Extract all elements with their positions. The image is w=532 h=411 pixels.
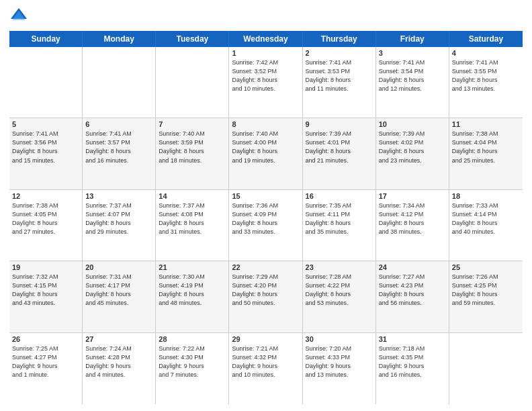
calendar-cell — [83, 47, 156, 118]
calendar-cell: 25Sunrise: 7:26 AM Sunset: 4:25 PM Dayli… — [449, 261, 523, 332]
logo-icon — [9, 7, 28, 26]
day-number: 11 — [452, 120, 520, 128]
calendar-header: SundayMondayTuesdayWednesdayThursdayFrid… — [9, 31, 523, 47]
header-day-monday: Monday — [83, 31, 156, 47]
day-number: 30 — [306, 335, 373, 343]
day-number: 28 — [159, 335, 226, 343]
day-info: Sunrise: 7:29 AM Sunset: 4:20 PM Dayligh… — [232, 273, 299, 308]
day-info: Sunrise: 7:18 AM Sunset: 4:35 PM Dayligh… — [379, 345, 446, 379]
calendar-cell: 3Sunrise: 7:41 AM Sunset: 3:54 PM Daylig… — [376, 47, 449, 118]
header-day-wednesday: Wednesday — [229, 31, 302, 47]
day-number: 5 — [12, 120, 79, 128]
day-info: Sunrise: 7:41 AM Sunset: 3:53 PM Dayligh… — [306, 58, 373, 93]
header-day-sunday: Sunday — [9, 31, 83, 47]
day-number: 17 — [379, 192, 446, 200]
day-info: Sunrise: 7:30 AM Sunset: 4:19 PM Dayligh… — [159, 273, 226, 308]
calendar-cell: 4Sunrise: 7:41 AM Sunset: 3:55 PM Daylig… — [449, 47, 523, 118]
day-info: Sunrise: 7:21 AM Sunset: 4:32 PM Dayligh… — [232, 345, 299, 379]
day-number: 23 — [306, 263, 373, 271]
calendar-cell: 10Sunrise: 7:39 AM Sunset: 4:02 PM Dayli… — [376, 118, 449, 189]
header-day-tuesday: Tuesday — [156, 31, 229, 47]
day-number: 10 — [379, 120, 446, 128]
calendar-cell — [9, 47, 83, 118]
calendar-week-5: 26Sunrise: 7:25 AM Sunset: 4:27 PM Dayli… — [9, 333, 523, 404]
calendar-week-2: 5Sunrise: 7:41 AM Sunset: 3:56 PM Daylig… — [9, 118, 523, 189]
day-info: Sunrise: 7:34 AM Sunset: 4:12 PM Dayligh… — [379, 201, 446, 236]
day-info: Sunrise: 7:41 AM Sunset: 3:54 PM Dayligh… — [379, 58, 446, 93]
logo — [9, 7, 31, 26]
day-info: Sunrise: 7:42 AM Sunset: 3:52 PM Dayligh… — [232, 58, 299, 93]
day-number: 22 — [232, 263, 299, 271]
day-info: Sunrise: 7:36 AM Sunset: 4:09 PM Dayligh… — [232, 201, 299, 236]
calendar-cell: 30Sunrise: 7:20 AM Sunset: 4:33 PM Dayli… — [303, 333, 376, 404]
calendar-cell — [156, 47, 229, 118]
day-number: 3 — [379, 49, 446, 57]
calendar-cell: 2Sunrise: 7:41 AM Sunset: 3:53 PM Daylig… — [303, 47, 376, 118]
calendar-cell: 24Sunrise: 7:27 AM Sunset: 4:23 PM Dayli… — [376, 261, 449, 332]
day-number: 7 — [159, 120, 226, 128]
calendar-cell: 31Sunrise: 7:18 AM Sunset: 4:35 PM Dayli… — [376, 333, 449, 404]
day-info: Sunrise: 7:41 AM Sunset: 3:57 PM Dayligh… — [85, 130, 152, 165]
day-number: 12 — [12, 192, 79, 200]
day-number: 21 — [159, 263, 226, 271]
page-container: SundayMondayTuesdayWednesdayThursdayFrid… — [0, 0, 532, 411]
day-number: 9 — [306, 120, 373, 128]
calendar-cell: 17Sunrise: 7:34 AM Sunset: 4:12 PM Dayli… — [376, 190, 449, 261]
calendar-cell: 27Sunrise: 7:24 AM Sunset: 4:28 PM Dayli… — [83, 333, 156, 404]
calendar-week-3: 12Sunrise: 7:38 AM Sunset: 4:05 PM Dayli… — [9, 190, 523, 261]
day-info: Sunrise: 7:40 AM Sunset: 4:00 PM Dayligh… — [232, 130, 299, 165]
header-day-saturday: Saturday — [449, 31, 523, 47]
calendar-cell: 9Sunrise: 7:39 AM Sunset: 4:01 PM Daylig… — [303, 118, 376, 189]
calendar-cell: 29Sunrise: 7:21 AM Sunset: 4:32 PM Dayli… — [229, 333, 302, 404]
day-info: Sunrise: 7:20 AM Sunset: 4:33 PM Dayligh… — [306, 345, 373, 379]
calendar-cell: 22Sunrise: 7:29 AM Sunset: 4:20 PM Dayli… — [229, 261, 302, 332]
day-number: 27 — [85, 335, 152, 343]
day-number: 1 — [232, 49, 299, 57]
day-info: Sunrise: 7:31 AM Sunset: 4:17 PM Dayligh… — [85, 273, 152, 308]
day-info: Sunrise: 7:22 AM Sunset: 4:30 PM Dayligh… — [159, 345, 226, 379]
calendar-cell: 8Sunrise: 7:40 AM Sunset: 4:00 PM Daylig… — [229, 118, 302, 189]
calendar-cell: 14Sunrise: 7:37 AM Sunset: 4:08 PM Dayli… — [156, 190, 229, 261]
day-number: 15 — [232, 192, 299, 200]
calendar-cell: 7Sunrise: 7:40 AM Sunset: 3:59 PM Daylig… — [156, 118, 229, 189]
day-info: Sunrise: 7:40 AM Sunset: 3:59 PM Dayligh… — [159, 130, 226, 165]
day-number: 25 — [452, 263, 520, 271]
calendar-cell: 13Sunrise: 7:37 AM Sunset: 4:07 PM Dayli… — [83, 190, 156, 261]
day-number: 6 — [85, 120, 152, 128]
day-info: Sunrise: 7:41 AM Sunset: 3:55 PM Dayligh… — [452, 58, 520, 93]
calendar-body: 1Sunrise: 7:42 AM Sunset: 3:52 PM Daylig… — [9, 47, 523, 404]
day-number: 2 — [306, 49, 373, 57]
day-info: Sunrise: 7:24 AM Sunset: 4:28 PM Dayligh… — [85, 345, 152, 379]
header-day-friday: Friday — [376, 31, 449, 47]
day-info: Sunrise: 7:37 AM Sunset: 4:08 PM Dayligh… — [159, 201, 226, 236]
day-number: 20 — [85, 263, 152, 271]
day-number: 13 — [85, 192, 152, 200]
day-info: Sunrise: 7:33 AM Sunset: 4:14 PM Dayligh… — [452, 201, 520, 236]
calendar-cell: 19Sunrise: 7:32 AM Sunset: 4:15 PM Dayli… — [9, 261, 83, 332]
day-info: Sunrise: 7:26 AM Sunset: 4:25 PM Dayligh… — [452, 273, 520, 308]
day-info: Sunrise: 7:32 AM Sunset: 4:15 PM Dayligh… — [12, 273, 79, 308]
day-number: 31 — [379, 335, 446, 343]
day-number: 18 — [452, 192, 520, 200]
day-number: 29 — [232, 335, 299, 343]
calendar-cell: 20Sunrise: 7:31 AM Sunset: 4:17 PM Dayli… — [83, 261, 156, 332]
day-number: 26 — [12, 335, 79, 343]
day-info: Sunrise: 7:25 AM Sunset: 4:27 PM Dayligh… — [12, 345, 79, 379]
day-number: 4 — [452, 49, 520, 57]
day-info: Sunrise: 7:38 AM Sunset: 4:05 PM Dayligh… — [12, 201, 79, 236]
page-header — [9, 7, 523, 26]
calendar-cell: 26Sunrise: 7:25 AM Sunset: 4:27 PM Dayli… — [9, 333, 83, 404]
day-info: Sunrise: 7:41 AM Sunset: 3:56 PM Dayligh… — [12, 130, 79, 165]
calendar-week-1: 1Sunrise: 7:42 AM Sunset: 3:52 PM Daylig… — [9, 47, 523, 118]
calendar-cell: 18Sunrise: 7:33 AM Sunset: 4:14 PM Dayli… — [449, 190, 523, 261]
calendar-cell: 6Sunrise: 7:41 AM Sunset: 3:57 PM Daylig… — [83, 118, 156, 189]
calendar-cell: 15Sunrise: 7:36 AM Sunset: 4:09 PM Dayli… — [229, 190, 302, 261]
calendar-cell: 16Sunrise: 7:35 AM Sunset: 4:11 PM Dayli… — [303, 190, 376, 261]
day-info: Sunrise: 7:27 AM Sunset: 4:23 PM Dayligh… — [379, 273, 446, 308]
calendar-cell — [449, 333, 523, 404]
calendar-cell: 21Sunrise: 7:30 AM Sunset: 4:19 PM Dayli… — [156, 261, 229, 332]
day-info: Sunrise: 7:37 AM Sunset: 4:07 PM Dayligh… — [85, 201, 152, 236]
day-number: 24 — [379, 263, 446, 271]
day-number: 19 — [12, 263, 79, 271]
day-info: Sunrise: 7:28 AM Sunset: 4:22 PM Dayligh… — [306, 273, 373, 308]
